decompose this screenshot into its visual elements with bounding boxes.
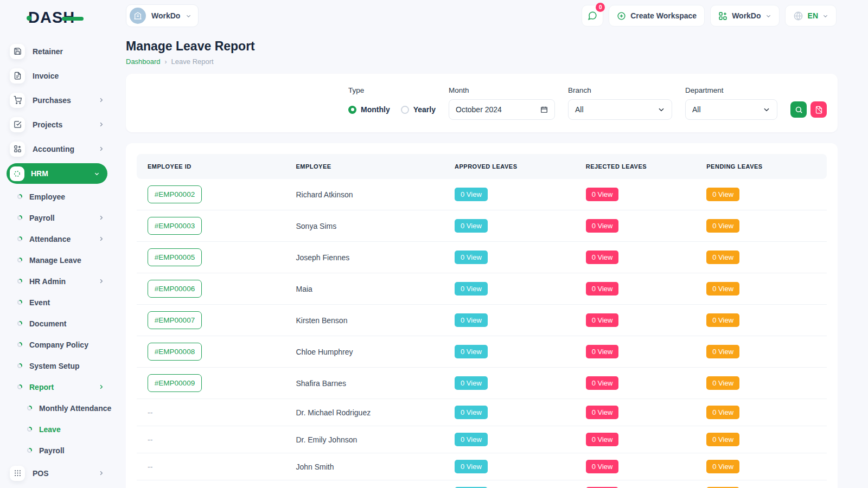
employee-id-chip[interactable]: #EMP00009: [148, 374, 202, 392]
breadcrumb: Dashboard › Leave Report: [126, 57, 838, 66]
rejected-leaves-badge[interactable]: 0 View: [586, 219, 619, 233]
sidebar-item-system-setup[interactable]: System Setup: [0, 355, 115, 376]
sidebar-item-accounting[interactable]: Accounting: [0, 137, 115, 161]
column-header: PENDING LEAVES: [695, 154, 827, 179]
workspace-selector[interactable]: WorkDo: [126, 4, 199, 27]
employee-id-chip[interactable]: #EMP00003: [148, 217, 202, 235]
sidebar-item-leave[interactable]: Leave: [0, 419, 115, 440]
column-header: EMPLOYEE ID: [137, 154, 285, 179]
sidebar-item-monthly-attendance[interactable]: Monthly Attendance: [0, 397, 115, 419]
approved-leaves-badge[interactable]: 0 View: [455, 345, 488, 358]
sidebar-item-pos[interactable]: POS: [0, 461, 115, 485]
branch-label: Branch: [568, 86, 672, 94]
radio-monthly[interactable]: Monthly: [348, 105, 390, 114]
column-header: APPROVED LEAVES: [444, 154, 575, 179]
employee-id-chip[interactable]: #EMP00007: [148, 311, 202, 329]
branch-select[interactable]: All: [568, 99, 672, 120]
sidebar-item-employee[interactable]: Employee: [0, 186, 115, 207]
bullet-icon: [17, 300, 22, 305]
rejected-leaves-badge[interactable]: 0 View: [586, 282, 619, 296]
pending-leaves-badge[interactable]: 0 View: [706, 460, 739, 473]
search-button[interactable]: [790, 101, 807, 118]
pending-leaves-badge[interactable]: 0 View: [706, 406, 739, 419]
create-workspace-button[interactable]: Create Workspace: [609, 5, 705, 27]
radio-yearly[interactable]: Yearly: [401, 105, 436, 114]
rejected-leaves-badge[interactable]: 0 View: [586, 433, 619, 446]
rejected-leaves-badge[interactable]: 0 View: [586, 460, 619, 473]
leave-report-card: EMPLOYEE ID EMPLOYEE APPROVED LEAVES REJ…: [126, 143, 838, 488]
employee-name: Joseph Fiennes: [296, 253, 349, 262]
pending-leaves-badge[interactable]: 0 View: [706, 282, 739, 296]
pending-leaves-badge[interactable]: 0 View: [706, 345, 739, 358]
bullet-icon: [17, 342, 22, 347]
approved-leaves-badge[interactable]: 0 View: [455, 460, 488, 473]
rejected-leaves-badge[interactable]: 0 View: [586, 313, 619, 327]
pending-leaves-badge[interactable]: 0 View: [706, 188, 739, 201]
employee-id-chip: --: [148, 408, 152, 417]
type-label: Type: [348, 86, 436, 94]
sidebar-item-report[interactable]: Report: [0, 376, 115, 397]
department-select[interactable]: All: [685, 99, 777, 120]
column-header: EMPLOYEE: [285, 154, 444, 179]
employee-name: Chloe Humphrey: [296, 348, 353, 356]
approved-leaves-badge[interactable]: 0 View: [455, 376, 488, 390]
sidebar-item-purchases[interactable]: Purchases: [0, 88, 115, 112]
rejected-leaves-badge[interactable]: 0 View: [586, 376, 619, 390]
table-row: -- John Smith 0 View 0 View 0 View: [137, 453, 827, 480]
sidebar-item-payroll[interactable]: Payroll: [0, 207, 115, 228]
pending-leaves-badge[interactable]: 0 View: [706, 376, 739, 390]
bullet-icon: [27, 406, 32, 410]
rejected-leaves-badge[interactable]: 0 View: [586, 251, 619, 264]
pending-leaves-badge[interactable]: 0 View: [706, 219, 739, 233]
approved-leaves-badge[interactable]: 0 View: [455, 188, 488, 201]
sidebar-item-retainer[interactable]: Retainer: [0, 39, 115, 63]
sidebar-item-event[interactable]: Event: [0, 292, 115, 313]
building-icon: [130, 8, 146, 24]
sidebar-item-company-policy[interactable]: Company Policy: [0, 334, 115, 355]
pending-leaves-badge[interactable]: 0 View: [706, 251, 739, 264]
globe-icon: [793, 11, 803, 21]
employee-id-chip[interactable]: #EMP00002: [148, 185, 202, 203]
plus-circle-icon: [617, 11, 626, 21]
employee-name: Shafira Barnes: [296, 379, 346, 388]
sidebar-item-report-payroll[interactable]: Payroll: [0, 440, 115, 461]
sidebar-item-label: Retainer: [33, 47, 63, 56]
logo[interactable]: DASH: [0, 0, 115, 35]
language-selector[interactable]: EN: [785, 5, 837, 27]
sidebar-item-label: Purchases: [33, 96, 71, 105]
employee-id-chip[interactable]: #EMP00006: [148, 280, 202, 298]
chevron-right-icon: [98, 470, 104, 476]
workdo-menu-button[interactable]: WorkDo: [710, 5, 779, 27]
sidebar-item-hrm[interactable]: HRM: [7, 163, 107, 184]
approved-leaves-badge[interactable]: 0 View: [455, 313, 488, 327]
approved-leaves-badge[interactable]: 0 View: [455, 251, 488, 264]
employee-id-chip[interactable]: #EMP00008: [148, 343, 202, 361]
approved-leaves-badge[interactable]: 0 View: [455, 219, 488, 233]
logo-dot-accent: [27, 16, 31, 21]
sidebar-item-hr-admin[interactable]: HR Admin: [0, 271, 115, 292]
employee-id-chip[interactable]: #EMP00005: [148, 248, 202, 266]
bullet-icon: [17, 258, 22, 262]
sidebar-item-projects[interactable]: Projects: [0, 112, 115, 137]
pending-leaves-badge[interactable]: 0 View: [706, 433, 739, 446]
breadcrumb-dashboard-link[interactable]: Dashboard: [126, 57, 161, 66]
rejected-leaves-badge[interactable]: 0 View: [586, 188, 619, 201]
messages-button[interactable]: 0: [582, 5, 603, 27]
file-slash-icon: [815, 106, 823, 114]
rejected-leaves-badge[interactable]: 0 View: [586, 345, 619, 358]
table-row: #EMP00003 Sonya Sims 0 View 0 View 0 Vie…: [137, 210, 827, 242]
pending-leaves-badge[interactable]: 0 View: [706, 313, 739, 327]
approved-leaves-badge[interactable]: 0 View: [455, 433, 488, 446]
approved-leaves-badge[interactable]: 0 View: [455, 282, 488, 296]
table-row: -- Emily Davis 0 View 0 View 0 View: [137, 480, 827, 488]
sidebar-item-invoice[interactable]: Invoice: [0, 63, 115, 88]
table-row: #EMP00006 Maia 0 View 0 View 0 View: [137, 273, 827, 305]
chevron-right-icon: [98, 146, 104, 152]
reset-filter-button[interactable]: [810, 101, 827, 118]
sidebar-item-attendance[interactable]: Attendance: [0, 228, 115, 249]
sidebar-item-manage-leave[interactable]: Manage Leave: [0, 249, 115, 271]
rejected-leaves-badge[interactable]: 0 View: [586, 406, 619, 419]
month-input[interactable]: October 2024: [449, 99, 555, 120]
approved-leaves-badge[interactable]: 0 View: [455, 406, 488, 419]
sidebar-item-document[interactable]: Document: [0, 313, 115, 334]
